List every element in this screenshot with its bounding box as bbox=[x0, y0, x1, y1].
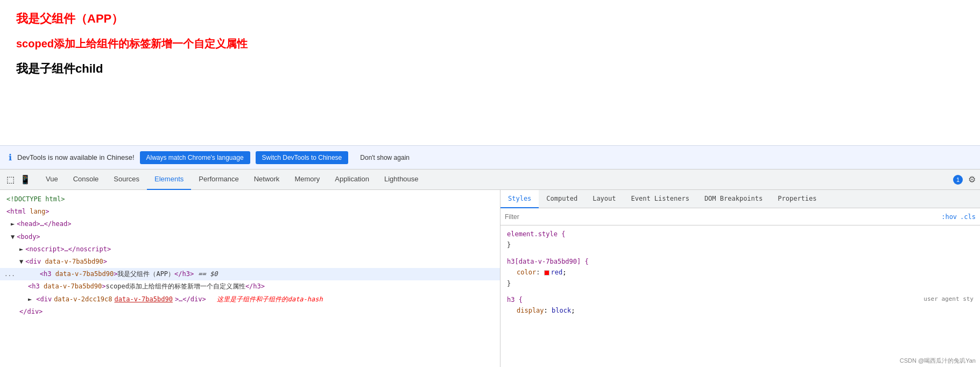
filter-bar: :hov .cls bbox=[500, 208, 980, 225]
css-selector-element-style[interactable]: element.style { bbox=[507, 229, 974, 239]
subtab-dom-breakpoints[interactable]: DOM Breakpoints bbox=[697, 190, 770, 208]
tab-icon-group: ⬚ 📱 bbox=[4, 174, 33, 185]
notification-bar: ℹ DevTools is now available in Chinese! … bbox=[0, 145, 980, 169]
always-match-button[interactable]: Always match Chrome's language bbox=[140, 151, 250, 164]
filter-hov[interactable]: :hov bbox=[941, 213, 957, 221]
tab-network[interactable]: Network bbox=[246, 170, 287, 190]
notification-text: DevTools is now available in Chinese! bbox=[17, 153, 135, 161]
dom-line-doctype: <!DOCTYPE html> bbox=[0, 193, 500, 206]
annotation-text: 这里是子组件和子组件的data-hash bbox=[217, 294, 323, 305]
css-block-h3-data: h3[data-v-7ba5bd90] { color: red; } bbox=[507, 256, 974, 289]
styles-content: element.style { } h3[data-v-7ba5bd90] { … bbox=[500, 225, 980, 367]
dom-line-html: <html lang> bbox=[0, 206, 500, 218]
tab-memory[interactable]: Memory bbox=[287, 170, 327, 190]
dont-show-again-button[interactable]: Don't show again bbox=[354, 151, 416, 164]
dom-line-close-div: </div> bbox=[0, 306, 500, 318]
dom-line-div-child[interactable]: ► <div data-v-2dcc19c8 data-v-7ba5bd90>…… bbox=[0, 293, 500, 306]
subtab-properties[interactable]: Properties bbox=[770, 190, 824, 208]
tab-right-area: 1 ⚙ bbox=[953, 174, 976, 185]
dom-panel: <!DOCTYPE html> <html lang> ►<head>…</he… bbox=[0, 190, 500, 367]
child-heading: 我是子组件child bbox=[16, 61, 964, 77]
scoped-heading: scoped添加上给组件的标签新增一个自定义属性 bbox=[16, 37, 964, 51]
tab-performance[interactable]: Performance bbox=[191, 170, 246, 190]
css-prop-display[interactable]: display: block; bbox=[507, 305, 974, 316]
tab-application[interactable]: Application bbox=[327, 170, 377, 190]
dom-line-h3-scoped[interactable]: <h3 data-v-7ba5bd90>scoped添加上给组件的标签新增一个自… bbox=[0, 280, 500, 293]
tab-elements[interactable]: Elements bbox=[147, 170, 191, 190]
tab-vue[interactable]: Vue bbox=[38, 170, 66, 190]
tab-lighthouse[interactable]: Lighthouse bbox=[377, 170, 426, 190]
main-content: 我是父组件（APP） scoped添加上给组件的标签新增一个自定义属性 我是子组… bbox=[0, 0, 980, 145]
subtab-event-listeners[interactable]: Event Listeners bbox=[624, 190, 697, 208]
cursor-icon[interactable]: ⬚ bbox=[4, 174, 17, 185]
gear-icon[interactable]: ⚙ bbox=[968, 174, 976, 185]
styles-panel: Styles Computed Layout Event Listeners D… bbox=[500, 190, 980, 367]
dom-line-noscript[interactable]: ►<noscript>…</noscript> bbox=[0, 243, 500, 256]
css-selector-h3-data[interactable]: h3[data-v-7ba5bd90] { bbox=[507, 256, 974, 267]
filter-cls[interactable]: .cls bbox=[960, 213, 976, 221]
css-selector-h3-agent[interactable]: h3 { user agent sty bbox=[507, 294, 974, 305]
subtab-layout[interactable]: Layout bbox=[585, 190, 623, 208]
css-block-element-style: element.style { } bbox=[507, 229, 974, 251]
csdn-watermark: CSDN @喝西瓜汁的兔叽Yan bbox=[900, 357, 976, 365]
message-badge[interactable]: 1 bbox=[953, 175, 963, 185]
tab-console[interactable]: Console bbox=[66, 170, 107, 190]
switch-devtools-button[interactable]: Switch DevTools to Chinese bbox=[256, 151, 349, 164]
devtools-panel: ⬚ 📱 Vue Console Sources Elements Perform… bbox=[0, 169, 980, 367]
styles-subtabs: Styles Computed Layout Event Listeners D… bbox=[500, 190, 980, 208]
dom-line-head[interactable]: ►<head>…</head> bbox=[0, 218, 500, 230]
subtab-computed[interactable]: Computed bbox=[539, 190, 585, 208]
css-prop-color[interactable]: color: red; bbox=[507, 267, 974, 278]
dom-line-body[interactable]: ▼<body> bbox=[0, 231, 500, 243]
dom-line-h3-parent[interactable]: ... <h3 data-v-7ba5bd90>我是父组件（APP）</h3> … bbox=[0, 268, 500, 280]
css-block-h3-agent: h3 { user agent sty display: block; bbox=[507, 294, 974, 316]
info-icon: ℹ bbox=[9, 152, 12, 163]
devtools-content: <!DOCTYPE html> <html lang> ►<head>…</he… bbox=[0, 190, 980, 367]
css-source-label: user agent sty bbox=[923, 294, 974, 305]
mobile-icon[interactable]: 📱 bbox=[18, 174, 33, 185]
css-close-element-style: } bbox=[507, 239, 974, 250]
tab-sources[interactable]: Sources bbox=[106, 170, 147, 190]
parent-heading: 我是父组件（APP） bbox=[16, 11, 964, 27]
subtab-styles[interactable]: Styles bbox=[500, 190, 539, 208]
css-close-h3-data: } bbox=[507, 278, 974, 289]
devtools-tab-bar: ⬚ 📱 Vue Console Sources Elements Perform… bbox=[0, 170, 980, 190]
filter-input[interactable] bbox=[505, 213, 941, 221]
dom-line-div-outer[interactable]: ▼<div data-v-7ba5bd90> bbox=[0, 256, 500, 268]
